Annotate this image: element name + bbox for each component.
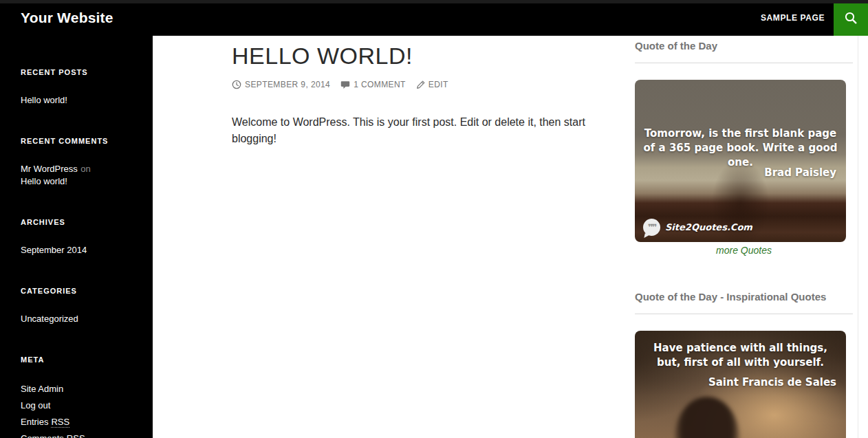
quote-text: Tomorrow, is the first blank page of a 3…: [642, 127, 839, 170]
recent-post-link[interactable]: Hello world!: [21, 95, 67, 105]
window-top-strip: [0, 0, 868, 3]
widget-categories: CATEGORIES Uncategorized: [21, 287, 133, 325]
widget-title: ARCHIVES: [21, 218, 133, 226]
brand-name: Site2Quotes.Com: [665, 222, 752, 232]
site-header: Your Website SAMPLE PAGE: [0, 0, 868, 36]
left-sidebar: RECENT POSTS Hello world! RECENT COMMENT…: [0, 36, 153, 438]
post-date-link[interactable]: SEPTEMBER 9, 2014: [232, 80, 330, 89]
post-article: HELLO WORLD! SEPTEMBER 9, 2014 1 COMMENT…: [232, 43, 635, 147]
quote-image-book[interactable]: Tomorrow, is the first blank page of a 3…: [635, 80, 846, 242]
post-meta: SEPTEMBER 9, 2014 1 COMMENT EDIT: [232, 80, 635, 89]
meta-link-comments-rss[interactable]: CommentsRSS: [21, 430, 133, 438]
category-link[interactable]: Uncategorized: [21, 314, 78, 324]
quote-author: Saint Francis de Sales: [708, 376, 836, 388]
nav-item-sample-page[interactable]: SAMPLE PAGE: [761, 13, 825, 23]
widget-title: RECENT POSTS: [21, 68, 133, 76]
primary-nav: SAMPLE PAGE: [761, 0, 825, 36]
comment-author-link[interactable]: Mr WordPress: [21, 164, 78, 174]
silhouette-head: [675, 397, 739, 438]
widget-title: META: [21, 355, 133, 364]
pencil-icon: [416, 80, 425, 89]
widget-recent-comments: RECENT COMMENTS Mr WordPress on Hello wo…: [21, 137, 133, 187]
widget-recent-posts: RECENT POSTS Hello world!: [21, 68, 133, 106]
widget-meta: META Site Admin Log out EntriesRSS Comme…: [21, 355, 133, 438]
search-button[interactable]: [834, 0, 868, 36]
recent-comment-item: Mr WordPress on Hello world!: [21, 162, 91, 186]
clock-icon: [232, 80, 241, 89]
meta-link-log-out[interactable]: Log out: [21, 397, 133, 414]
comment-post-link[interactable]: Hello world!: [21, 176, 67, 186]
widget-title: Quote of the Day: [635, 40, 853, 63]
widget-title: RECENT COMMENTS: [21, 137, 133, 145]
quote-text: Have patience with all things, but, firs…: [642, 341, 839, 370]
comment-connector: on: [80, 164, 90, 174]
site-title-link[interactable]: Your Website: [21, 10, 113, 26]
quote-author: Brad Paisley: [764, 166, 836, 179]
post-edit-link[interactable]: EDIT: [416, 80, 448, 89]
widget-archives: ARCHIVES September 2014: [21, 218, 133, 256]
brand-logo: ❞❞ Site2Quotes.Com: [643, 219, 752, 236]
right-sidebar: Quote of the Day Tomorrow, is the first …: [635, 36, 853, 438]
post-title[interactable]: HELLO WORLD!: [232, 43, 635, 69]
more-quotes-row: more Quotes: [635, 244, 853, 256]
widget-title: Quote of the Day - Inspirational Quotes: [635, 291, 853, 314]
more-quotes-link[interactable]: more Quotes: [716, 245, 772, 256]
quote-bubble-icon: ❞❞: [643, 219, 660, 236]
search-icon: [843, 10, 858, 25]
scrollbar-edge-line: [858, 36, 858, 438]
quote-image-sunset[interactable]: Have patience with all things, but, firs…: [635, 331, 846, 438]
widget-inspirational-quotes: Quote of the Day - Inspirational Quotes …: [635, 291, 853, 438]
post-comments-link[interactable]: 1 COMMENT: [340, 80, 406, 89]
meta-link-entries-rss[interactable]: EntriesRSS: [21, 414, 133, 430]
widget-quote-of-the-day: Quote of the Day Tomorrow, is the first …: [635, 40, 853, 256]
post-body-text: Welcome to WordPress. This is your first…: [232, 114, 586, 147]
comment-bubble-icon: [340, 80, 350, 89]
widget-title: CATEGORIES: [21, 287, 133, 295]
archive-link[interactable]: September 2014: [21, 245, 87, 255]
main-content: HELLO WORLD! SEPTEMBER 9, 2014 1 COMMENT…: [153, 36, 635, 147]
page: { "colors": { "header_bg": "#000000", "a…: [0, 0, 868, 438]
meta-link-site-admin[interactable]: Site Admin: [21, 381, 133, 397]
